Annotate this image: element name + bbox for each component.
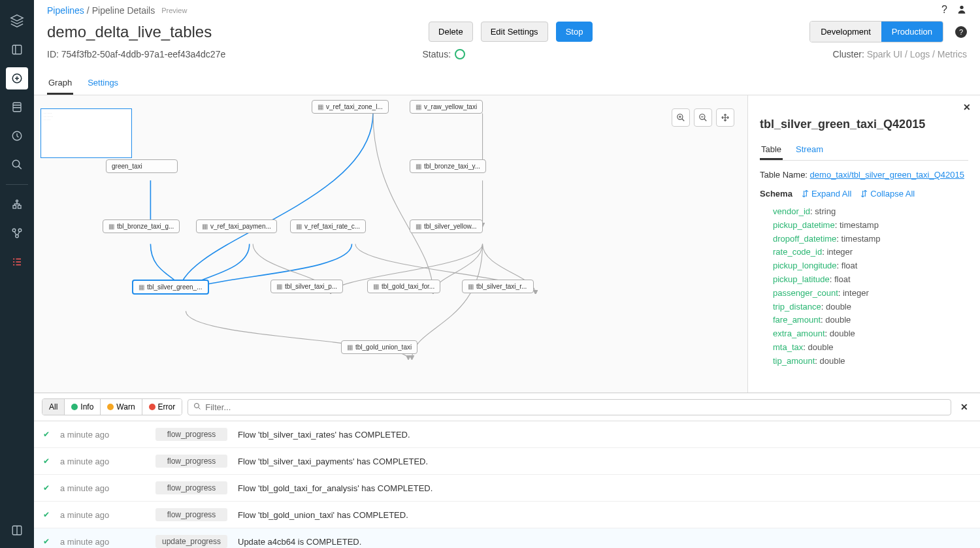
svg-rect-0 (12, 45, 22, 54)
sidebar-item-recents[interactable] (6, 125, 28, 147)
tab-graph[interactable]: Graph (47, 73, 73, 95)
svg-rect-6 (13, 206, 16, 209)
log-row[interactable]: ✔a minute agoflow_progressFlow 'tbl_gold… (34, 502, 980, 528)
schema-label: Schema (760, 189, 792, 199)
schema-column[interactable]: pickup_latitude: float (773, 273, 968, 287)
expand-all-button[interactable]: ⇵ Expand All (802, 189, 851, 199)
graph-canvas[interactable]: · · · · · ·· · · · · · ·· · · · · (34, 95, 748, 393)
node-bronze-g[interactable]: ▦tbl_bronze_taxi_g... (103, 219, 180, 233)
node-gold-taxi-for[interactable]: ▦tbl_gold_taxi_for... (367, 280, 440, 293)
table-icon: ▦ (202, 223, 208, 230)
logo-icon[interactable] (6, 10, 28, 32)
table-name-link[interactable]: demo_taxi/tbl_silver_green_taxi_Q42015 (810, 170, 964, 180)
check-icon: ✔ (43, 483, 50, 492)
node-v-ref-taxi-zone[interactable]: ▦v_ref_taxi_zone_l... (312, 100, 389, 114)
schema-column[interactable]: rate_code_id: integer (773, 246, 968, 259)
user-icon[interactable] (956, 4, 967, 17)
schema-list: vendor_id: stringpickup_datetime: timest… (760, 205, 968, 368)
table-icon: ▦ (108, 223, 114, 230)
close-logs-button[interactable]: ✕ (956, 402, 972, 412)
svg-rect-7 (18, 206, 22, 209)
log-row[interactable]: ✔a minute agoupdate_progressUpdate a4cb6… (34, 528, 980, 548)
preview-tag: Preview (161, 7, 187, 14)
mode-help-icon[interactable]: ? (955, 26, 967, 38)
sidebar-item-2[interactable] (6, 96, 28, 118)
stop-button[interactable]: Stop (556, 22, 593, 42)
node-silver-green[interactable]: ▦tbl_silver_green_... (132, 280, 209, 295)
sidebar-item-4[interactable] (6, 222, 28, 244)
details-tab-stream[interactable]: Stream (794, 140, 825, 160)
schema-column[interactable]: pickup_longitude: float (773, 259, 968, 273)
log-row[interactable]: ✔a minute agoflow_progressFlow 'tbl_gold… (34, 475, 980, 502)
schema-column[interactable]: dropoff_datetime: timestamp (773, 233, 968, 246)
log-time: a minute ago (60, 537, 145, 547)
node-v-raw-yellow[interactable]: ▦v_raw_yellow_taxi (410, 100, 483, 114)
status-circle-icon (455, 49, 465, 59)
node-gold-union[interactable]: ▦tbl_gold_union_taxi (341, 340, 417, 354)
schema-column[interactable]: passenger_count: integer (773, 287, 968, 300)
table-icon: ▦ (276, 283, 282, 290)
zoom-out-button[interactable] (694, 108, 712, 127)
log-type: flow_progress (155, 455, 227, 468)
schema-column[interactable]: pickup_datetime: timestamp (773, 219, 968, 233)
schema-column[interactable]: extra_amount: double (773, 327, 968, 341)
log-message: Flow 'tbl_gold_union_taxi' has COMPLETED… (238, 510, 408, 520)
log-row[interactable]: ✔a minute agoflow_progressFlow 'tbl_silv… (34, 448, 980, 475)
filter-info[interactable]: Info (65, 399, 101, 415)
help-icon[interactable]: ? (941, 4, 947, 17)
prod-mode-button[interactable]: Production (881, 22, 943, 42)
filter-error[interactable]: Error (142, 399, 182, 415)
log-time: a minute ago (60, 457, 145, 466)
sidebar-item-active[interactable] (6, 251, 28, 273)
table-icon: ▦ (468, 283, 474, 290)
dev-mode-button[interactable]: Development (810, 22, 881, 42)
sidebar-item-search[interactable] (6, 153, 28, 176)
collapse-all-button[interactable]: ⇵ Collapse All (860, 189, 915, 199)
schema-column[interactable]: mta_tax: double (773, 341, 968, 355)
fit-button[interactable] (716, 108, 734, 127)
node-silver-yellow[interactable]: ▦tbl_silver_yellow... (410, 219, 483, 233)
schema-column[interactable]: trip_distance: double (773, 300, 968, 314)
log-row[interactable]: ✔a minute agoflow_progressFlow 'tbl_silv… (34, 421, 980, 448)
zoom-in-button[interactable] (672, 108, 690, 127)
log-search[interactable] (188, 399, 951, 415)
minimap[interactable]: · · · · · ·· · · · · · ·· · · · · (41, 108, 132, 158)
svg-point-12 (960, 6, 963, 9)
node-ref-payment[interactable]: ▦v_ref_taxi_paymen... (196, 219, 277, 233)
log-message: Flow 'tbl_silver_taxi_payments' has COMP… (238, 457, 428, 466)
details-panel: ✕ tbl_silver_green_taxi_Q42015 Table Str… (748, 95, 980, 393)
schema-column[interactable]: vendor_id: string (773, 205, 968, 219)
table-name-row: Table Name: demo_taxi/tbl_silver_green_t… (760, 170, 968, 180)
sidebar-item-1[interactable] (6, 39, 28, 61)
node-silver-taxi-r[interactable]: ▦tbl_silver_taxi_r... (462, 280, 534, 293)
svg-point-9 (18, 229, 22, 232)
breadcrumb-root[interactable]: Pipelines (47, 5, 84, 16)
edit-settings-button[interactable]: Edit Settings (481, 22, 548, 42)
log-filter-input[interactable] (205, 402, 945, 412)
schema-column[interactable]: fare_amount: double (773, 314, 968, 327)
log-type: flow_progress (155, 508, 227, 521)
schema-column[interactable]: tip_amount: double (773, 355, 968, 368)
close-details-button[interactable]: ✕ (963, 102, 971, 112)
node-green-taxi[interactable]: green_taxi (106, 159, 178, 173)
delete-button[interactable]: Delete (429, 22, 473, 42)
node-silver-taxi-p[interactable]: ▦tbl_silver_taxi_p... (270, 280, 343, 293)
svg-point-4 (12, 160, 20, 167)
tab-settings[interactable]: Settings (86, 73, 120, 95)
log-message: Flow 'tbl_gold_taxi_for_analysis' has CO… (238, 483, 433, 493)
node-bronze-y[interactable]: ▦tbl_bronze_taxi_y... (410, 159, 486, 173)
sidebar-item-create[interactable] (6, 67, 28, 89)
svg-point-15 (195, 403, 199, 408)
node-ref-rate[interactable]: ▦v_ref_taxi_rate_c... (290, 219, 366, 233)
filter-all[interactable]: All (42, 399, 65, 415)
table-icon: ▦ (416, 103, 421, 110)
svg-point-5 (16, 200, 18, 202)
table-icon: ▦ (318, 103, 323, 110)
sidebar-item-bottom[interactable] (6, 519, 28, 541)
details-tab-table[interactable]: Table (760, 140, 783, 160)
check-icon: ✔ (43, 510, 50, 519)
sidebar-item-3[interactable] (6, 193, 28, 216)
page-title: demo_delta_live_tables (47, 23, 212, 41)
filter-warn[interactable]: Warn (101, 399, 142, 415)
table-icon: ▦ (373, 283, 379, 290)
